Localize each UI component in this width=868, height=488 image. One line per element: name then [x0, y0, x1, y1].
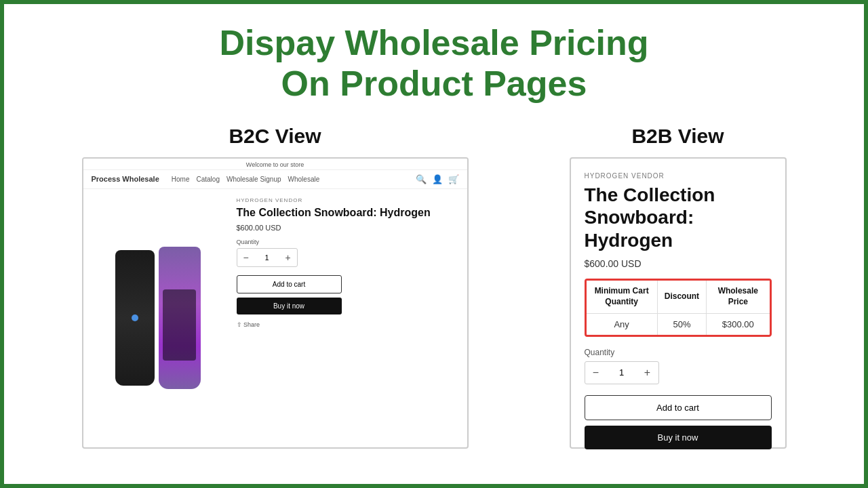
b2c-share-link[interactable]: ⇧ Share	[237, 321, 459, 328]
main-title: Dispay Wholesale Pricing On Product Page…	[4, 4, 864, 118]
b2c-add-to-cart-button[interactable]: Add to cart	[237, 275, 342, 293]
b2b-qty-minus[interactable]: −	[585, 362, 607, 384]
b2b-mock-window: HYDROGEN VENDOR The Collection Snowboard…	[570, 157, 787, 449]
b2c-price: $600.00 USD	[237, 224, 459, 232]
nav-links: Home Catalog Wholesale Signup Wholesale	[172, 176, 416, 183]
nav-wholesale[interactable]: Wholesale	[288, 176, 320, 183]
b2c-panel: B2C View Welcome to our store Process Wh…	[82, 125, 469, 449]
share-icon: ⇧	[237, 321, 242, 328]
b2b-qty-value: 1	[607, 367, 637, 378]
b2b-panel: B2B View HYDROGEN VENDOR The Collection …	[570, 125, 787, 449]
b2c-qty-control[interactable]: − 1 +	[237, 248, 298, 267]
table-row: Any 50% $300.00	[587, 313, 770, 335]
b2b-qty-label: Quantity	[585, 348, 772, 357]
b2b-add-to-cart-button[interactable]: Add to cart	[585, 395, 772, 420]
b2c-buy-now-button[interactable]: Buy it now	[237, 298, 342, 314]
wholesale-pricing-table: Minimum Cart Quantity Discount Wholesale…	[587, 281, 770, 334]
cell-wholesale-price: $300.00	[707, 313, 770, 335]
b2b-product-title: The Collection Snowboard: Hydrogen	[585, 184, 772, 252]
cell-discount: 50%	[657, 313, 706, 335]
store-content: HYDROGEN VENDOR The Collection Snowboard…	[83, 189, 467, 447]
table-header-row: Minimum Cart Quantity Discount Wholesale…	[587, 281, 770, 313]
nav-wholesale-signup[interactable]: Wholesale Signup	[226, 176, 281, 183]
b2b-vendor: HYDROGEN VENDOR	[585, 172, 772, 180]
store-brand: Process Wholesale	[92, 175, 159, 183]
nav-home[interactable]: Home	[172, 176, 190, 183]
store-nav: Process Wholesale Home Catalog Wholesale…	[83, 170, 467, 189]
b2b-buy-now-button[interactable]: Buy it now	[585, 426, 772, 449]
product-images	[83, 189, 233, 447]
b2c-product-title: The Collection Snowboard: Hydrogen	[237, 206, 459, 220]
account-icon[interactable]: 👤	[432, 174, 443, 184]
b2c-qty-minus[interactable]: −	[237, 249, 255, 266]
snowboard-black-image	[115, 250, 155, 386]
nav-icons: 🔍 👤 🛒	[416, 174, 459, 184]
b2c-mock-window: Welcome to our store Process Wholesale H…	[82, 157, 469, 449]
b2c-label: B2C View	[82, 125, 469, 148]
search-icon[interactable]: 🔍	[416, 174, 427, 184]
col-min-cart-qty: Minimum Cart Quantity	[587, 281, 658, 313]
b2b-price: $600.00 USD	[585, 258, 772, 269]
b2c-vendor: HYDROGEN VENDOR	[237, 197, 459, 203]
b2c-qty-plus[interactable]: +	[279, 249, 297, 266]
col-wholesale-price: Wholesale Price	[707, 281, 770, 313]
nav-catalog[interactable]: Catalog	[196, 176, 219, 183]
col-discount: Discount	[657, 281, 706, 313]
b2c-qty-value: 1	[255, 253, 279, 262]
b2c-product-details: HYDROGEN VENDOR The Collection Snowboard…	[233, 189, 467, 447]
cell-min-qty: Any	[587, 313, 658, 335]
b2b-qty-plus[interactable]: +	[637, 362, 658, 384]
snowboard-purple-image	[159, 247, 201, 389]
wholesale-pricing-table-wrapper: Minimum Cart Quantity Discount Wholesale…	[585, 279, 772, 336]
store-topbar: Welcome to our store	[83, 159, 467, 170]
b2c-qty-label: Quantity	[237, 239, 459, 245]
cart-icon[interactable]: 🛒	[448, 174, 459, 184]
b2b-qty-control[interactable]: − 1 +	[585, 361, 659, 384]
b2b-label: B2B View	[570, 125, 787, 148]
